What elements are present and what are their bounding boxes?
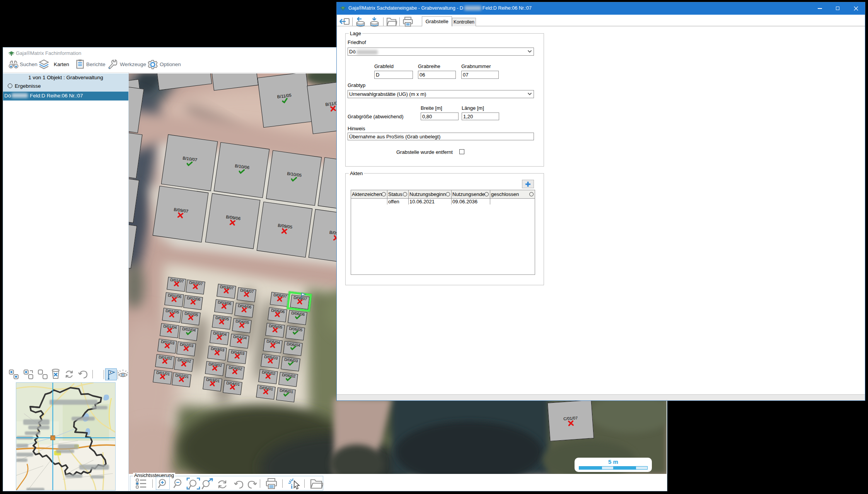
svg-text:i: i: [291, 483, 293, 490]
